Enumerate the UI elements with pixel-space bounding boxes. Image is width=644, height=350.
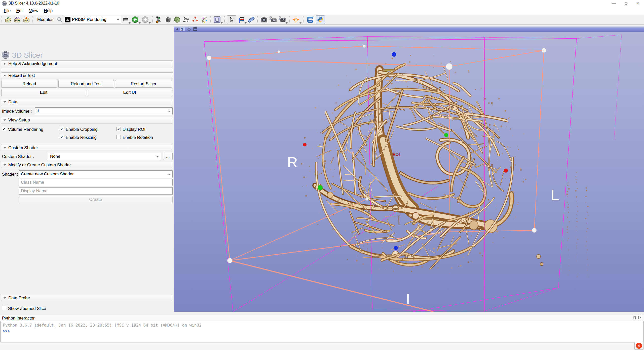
mesh-transform-icon[interactable] xyxy=(182,16,190,24)
slicer-logo-icon xyxy=(2,1,7,6)
scene-view-restore-icon[interactable] xyxy=(278,16,286,24)
screenshot-camera-icon[interactable] xyxy=(260,16,268,24)
enable-cropping-checkbox[interactable] xyxy=(60,127,64,131)
save-icon[interactable]: SAVE xyxy=(22,16,30,24)
section-custom-shader[interactable]: Custom Shader xyxy=(1,145,173,151)
collapsed-arrow-icon xyxy=(4,62,6,65)
expanded-arrow-icon xyxy=(4,101,6,103)
z-axis-handle xyxy=(394,246,398,250)
display-roi-label: Display ROI xyxy=(123,127,145,132)
place-dropdown-icon[interactable] xyxy=(245,22,247,24)
load-dicom-icon[interactable]: DCM xyxy=(13,16,21,24)
module-hierarchy-icon[interactable] xyxy=(155,16,163,24)
display-name-input[interactable] xyxy=(19,187,173,195)
toolbar-separator xyxy=(257,16,258,23)
shader-combobox[interactable]: Create new Custom Shader xyxy=(19,170,173,178)
python-interactor-button[interactable] xyxy=(316,15,325,24)
edit-ui-button[interactable]: Edit UI xyxy=(87,89,172,96)
reload-and-test-button[interactable]: Reload and Test xyxy=(58,80,114,88)
forward-dropdown-icon[interactable] xyxy=(149,22,151,24)
python-console[interactable]: Python 3.6.7 (default, Jan 16 2022, 23:2… xyxy=(1,321,643,342)
section-help-acknowledgement[interactable]: Help & Acknowledgement xyxy=(1,60,173,67)
threed-viewport[interactable]: R L I ROI xyxy=(174,32,644,312)
section-data[interactable]: Data xyxy=(1,99,173,105)
module-forward-icon[interactable] xyxy=(141,16,149,24)
save-icon-label: SAVE xyxy=(24,20,29,22)
menu-view[interactable]: View xyxy=(26,8,41,14)
toolbar-separator xyxy=(1,16,3,23)
modules-combobox[interactable]: PRISM Rendering xyxy=(63,16,121,23)
close-button[interactable]: × xyxy=(632,0,644,7)
menu-edit[interactable]: Edit xyxy=(13,8,26,14)
fiducials-icon[interactable] xyxy=(191,16,199,24)
crosshair-dropdown-icon[interactable] xyxy=(299,22,301,24)
module-history-icon[interactable] xyxy=(123,16,129,24)
scene-capture-dropdown-icon[interactable] xyxy=(286,22,288,24)
menu-file[interactable]: File xyxy=(1,8,13,14)
image-volume-combobox[interactable]: 1 xyxy=(35,107,173,115)
float-panel-icon[interactable] xyxy=(633,316,636,320)
corner-handle xyxy=(532,228,537,233)
toolbar-separator xyxy=(302,16,304,23)
layout-dropdown-icon[interactable] xyxy=(221,22,223,24)
section-data-probe[interactable]: Data Probe xyxy=(1,295,173,301)
corner-handle xyxy=(365,198,368,201)
threed-view-controller-bar[interactable]: 1 xyxy=(174,26,644,32)
restore-button[interactable] xyxy=(620,0,632,7)
volume-cube-icon[interactable] xyxy=(164,16,172,24)
error-log-button[interactable]: ✕ xyxy=(634,342,643,350)
orientation-label-i: I xyxy=(406,291,410,307)
mouse-interaction-cursor-button[interactable] xyxy=(227,15,236,24)
custom-shader-combobox[interactable]: None xyxy=(48,153,161,160)
section-reload-test[interactable]: Reload & Test xyxy=(1,72,173,79)
python-interactor-panel: Python Interactor ✕ Python 3.6.7 (defaul… xyxy=(0,315,644,343)
enable-rotation-label: Enable Rotation xyxy=(123,135,153,140)
edit-button[interactable]: Edit xyxy=(1,89,86,96)
chevron-down-icon xyxy=(168,174,170,175)
history-dropdown-icon[interactable] xyxy=(129,22,131,24)
section-modify-create-shader[interactable]: Modify or Create Custom Shader xyxy=(1,162,173,168)
expanded-arrow-icon xyxy=(4,75,6,76)
class-name-input[interactable] xyxy=(19,179,173,186)
restart-slicer-button[interactable]: Restart Slicer xyxy=(115,80,172,88)
minimize-button[interactable]: — xyxy=(608,0,620,7)
crosshair-icon[interactable] xyxy=(292,16,300,24)
module-back-icon[interactable] xyxy=(131,16,139,24)
enable-resizing-label: Enable Resizing xyxy=(66,135,97,140)
corner-handle xyxy=(207,56,211,60)
module-search-icon[interactable] xyxy=(57,16,63,24)
shader-label: Shader : xyxy=(2,172,18,177)
display-roi-checkbox[interactable] xyxy=(117,127,121,131)
pin-icon[interactable] xyxy=(176,28,178,30)
view-center-icon[interactable] xyxy=(187,27,191,31)
chevron-down-icon xyxy=(117,19,119,20)
enable-rotation-checkbox[interactable] xyxy=(117,135,121,139)
markups-pencil-icon[interactable] xyxy=(200,16,208,24)
orientation-label-r: R xyxy=(287,154,298,170)
x-axis-handle xyxy=(303,143,307,146)
show-zoomed-slice-checkbox[interactable] xyxy=(2,306,6,310)
corner-handle xyxy=(363,45,366,48)
create-button[interactable]: Create xyxy=(19,196,173,203)
reload-button[interactable]: Reload xyxy=(1,80,57,88)
custom-shader-more-button[interactable]: ... xyxy=(163,153,173,160)
enable-resizing-checkbox[interactable] xyxy=(60,135,64,139)
back-dropdown-icon[interactable] xyxy=(139,22,141,24)
menu-help[interactable]: Help xyxy=(41,8,55,14)
python-prompt[interactable]: >>> xyxy=(3,329,641,333)
module-panel: 3D Slicer Help & Acknowledgement Reload … xyxy=(0,25,174,315)
orientation-label-l: L xyxy=(551,186,559,204)
layout-selector-icon[interactable] xyxy=(213,16,221,24)
scene-view-capture-icon[interactable] xyxy=(269,16,277,24)
extensions-manager-icon[interactable] xyxy=(306,15,315,24)
load-data-icon[interactable]: DATA xyxy=(4,16,12,24)
expanded-arrow-icon xyxy=(4,164,6,166)
section-view-setup[interactable]: View Setup xyxy=(1,117,173,123)
maximize-view-icon[interactable] xyxy=(193,27,197,31)
expanded-arrow-icon xyxy=(4,297,6,299)
place-markup-flag-icon[interactable] xyxy=(237,16,245,24)
volume-rendering-checkbox[interactable] xyxy=(2,127,6,131)
ruler-icon[interactable] xyxy=(247,16,255,24)
models-sphere-icon[interactable] xyxy=(173,16,181,24)
close-panel-icon[interactable]: ✕ xyxy=(638,316,642,319)
